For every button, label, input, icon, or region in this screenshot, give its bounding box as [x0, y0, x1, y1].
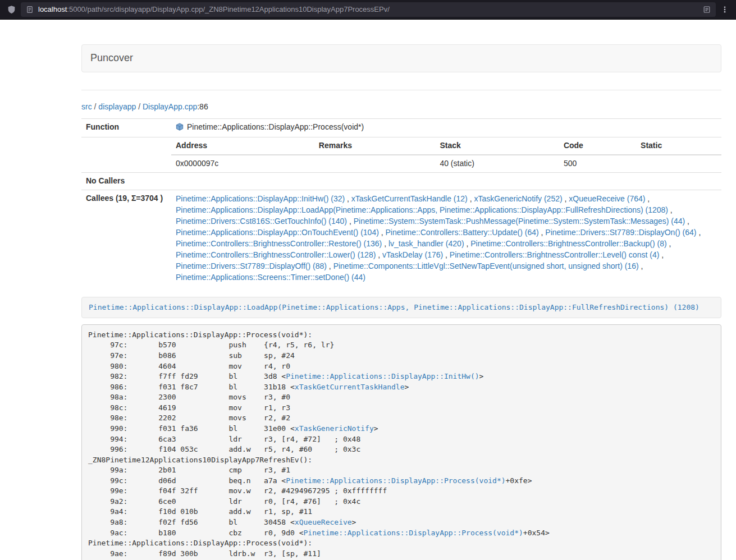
function-name-cell: Pinetime::Applications::DisplayApp::Proc…	[171, 118, 721, 137]
no-callers-label: No Callers	[81, 172, 171, 190]
function-name: Pinetime::Applications::DisplayApp::Proc…	[187, 122, 364, 131]
code-line: 986: f031 f8c7 bl 31b18 <xTaskGetCurrent…	[88, 382, 715, 393]
code-line: 980: 4604 mov r4, r0	[88, 361, 715, 372]
code-line: 98c: 4619 mov r1, r3	[88, 403, 715, 414]
callee-link[interactable]: Pinetime::Applications::Screens::Timer::…	[176, 273, 365, 282]
callee-link[interactable]: Pinetime::Applications::DisplayApp::Load…	[176, 205, 668, 214]
code-line: 99c: d06d beq.n a7a <Pinetime::Applicati…	[88, 476, 715, 486]
stats-row-label	[81, 137, 171, 172]
code-line: 97c: b570 push {r4, r5, r6, lr}	[88, 340, 715, 351]
callee-link[interactable]: vTaskDelay (176)	[382, 250, 443, 259]
code-line: 9ac: b180 cbz r0, 9d0 <Pinetime::Applica…	[88, 528, 715, 539]
code-line: 98e: 2202 movs r2, #2	[88, 413, 715, 424]
callee-link[interactable]: Pinetime::Applications::DisplayApp::Init…	[176, 194, 345, 203]
callee-link[interactable]: xTaskGetCurrentTaskHandle (12)	[351, 194, 468, 203]
col-static: Static	[636, 137, 721, 155]
callee-link[interactable]: Pinetime::Controllers::BrightnessControl…	[176, 239, 382, 248]
callee-link[interactable]: Pinetime::Controllers::Battery::Update()…	[386, 228, 539, 237]
url-host: localhost	[38, 5, 67, 13]
kebab-menu-icon[interactable]	[721, 5, 729, 14]
url-bar[interactable]: localhost:5000/path/src/displayapp/Displ…	[21, 2, 716, 17]
callee-link[interactable]: Pinetime::Controllers::BrightnessControl…	[470, 239, 666, 248]
code-line: _ZN8Pinetime12Applications10DisplayApp7R…	[88, 455, 715, 466]
browser-chrome: localhost:5000/path/src/displayapp/Displ…	[0, 0, 736, 20]
navbar: Puncover	[81, 44, 721, 72]
reader-view-icon[interactable]	[703, 6, 711, 13]
code-line: Pinetime::Applications::DisplayApp::Proc…	[88, 538, 715, 549]
col-stack: Stack	[435, 137, 559, 155]
code-symbol-link[interactable]: Pinetime::Applications::DisplayApp::Init…	[286, 372, 479, 380]
breadcrumb-src[interactable]: src	[81, 102, 92, 111]
table-row: 0x0000097c 40 (static) 500	[171, 155, 721, 172]
page-icon[interactable]	[26, 6, 34, 13]
code-symbol-link[interactable]: xQueueReceive	[295, 518, 352, 526]
stats-table: Address Remarks Stack Code Static 0x0000…	[171, 137, 721, 172]
callees-label: Callees (19, Σ=3704 )	[81, 190, 171, 286]
code-line: Pinetime::Applications::DisplayApp::Proc…	[88, 330, 715, 341]
col-remarks: Remarks	[314, 137, 436, 155]
highlighted-symbol-link[interactable]: Pinetime::Applications::DisplayApp::Load…	[89, 303, 700, 311]
function-table: Function Pinetime::Applications::Display…	[81, 118, 721, 286]
code-line: 9a8: f02f fd56 bl 30458 <xQueueReceive>	[88, 517, 715, 528]
code-line: 994: 6ca3 ldr r3, [r4, #72] ; 0x48	[88, 434, 715, 445]
code-line: 9a2: 6ce0 ldr r0, [r4, #76] ; 0x4c	[88, 497, 715, 507]
cell-stack: 40 (static)	[435, 155, 559, 172]
url-path: :5000/path/src/displayapp/DisplayApp.cpp…	[67, 5, 390, 13]
brand-link[interactable]: Puncover	[90, 51, 133, 66]
code-line: 982: f7ff fd29 bl 3d8 <Pinetime::Applica…	[88, 371, 715, 382]
code-symbol-link[interactable]: Pinetime::Applications::DisplayApp::Proc…	[304, 529, 523, 537]
breadcrumb-displayapp[interactable]: displayapp	[98, 102, 136, 111]
callees-row: Callees (19, Σ=3704 ) Pinetime::Applicat…	[81, 190, 721, 286]
callees-cell: Pinetime::Applications::DisplayApp::Init…	[171, 190, 721, 286]
symbol-icon	[176, 123, 184, 134]
breadcrumb: src / displayapp / DisplayApp.cpp:86	[81, 102, 721, 113]
cell-code: 500	[559, 155, 636, 172]
disassembly: Pinetime::Applications::DisplayApp::Proc…	[81, 324, 721, 560]
callee-link[interactable]: Pinetime::Applications::DisplayApp::OnTo…	[176, 228, 379, 237]
callee-link[interactable]: lv_task_handler (420)	[388, 239, 464, 248]
breadcrumb-separator: /	[92, 102, 99, 111]
function-row: Function Pinetime::Applications::Display…	[81, 118, 721, 137]
main-content: Puncover src / displayapp / DisplayApp.c…	[81, 20, 721, 560]
code-line: 990: f031 fa36 bl 31e00 <xTaskGenericNot…	[88, 424, 715, 434]
code-line: 98a: 2300 movs r3, #0	[88, 392, 715, 403]
code-symbol-link[interactable]: xTaskGetCurrentTaskHandle	[295, 383, 405, 391]
cell-static	[636, 155, 721, 172]
cell-remarks	[314, 155, 436, 172]
callee-link[interactable]: Pinetime::Drivers::Cst816S::GetTouchInfo…	[176, 217, 347, 226]
function-label: Function	[81, 118, 171, 137]
url-text[interactable]: localhost:5000/path/src/displayapp/Displ…	[38, 4, 698, 15]
callee-link[interactable]: Pinetime::Controllers::BrightnessControl…	[176, 250, 376, 259]
code-line: 99e: f04f 32ff mov.w r2, #4294967295 ; 0…	[88, 486, 715, 497]
code-line: 99a: 2b01 cmp r3, #1	[88, 465, 715, 476]
breadcrumb-line-number: :86	[197, 102, 208, 111]
col-code: Code	[559, 137, 636, 155]
code-line: 9ae: f89d 300b ldrb.w r3, [sp, #11]	[88, 549, 715, 559]
callee-link[interactable]: Pinetime::Components::LittleVgl::SetNewT…	[333, 261, 639, 270]
callee-link[interactable]: Pinetime::Drivers::St7789::DisplayOn() (…	[545, 228, 696, 237]
cell-address: 0x0000097c	[171, 155, 314, 172]
code-line: 97e: b086 sub sp, #24	[88, 351, 715, 361]
no-callers-row: No Callers	[81, 172, 721, 190]
code-line: 996: f104 053c add.w r5, r4, #60 ; 0x3c	[88, 444, 715, 455]
callee-link[interactable]: Pinetime::Drivers::St7789::DisplayOff() …	[176, 261, 327, 270]
callee-link[interactable]: xTaskGenericNotify (252)	[474, 194, 562, 203]
stats-row: Address Remarks Stack Code Static 0x0000…	[81, 137, 721, 172]
callee-link[interactable]: xQueueReceive (764)	[569, 194, 645, 203]
breadcrumb-separator: /	[136, 102, 143, 111]
no-callers-cell	[171, 172, 721, 190]
callee-link[interactable]: Pinetime::System::SystemTask::PushMessag…	[354, 217, 685, 226]
stats-cell: Address Remarks Stack Code Static 0x0000…	[171, 137, 721, 172]
code-line: 9a4: f10d 010b add.w r1, sp, #11	[88, 507, 715, 517]
breadcrumb-file[interactable]: DisplayApp.cpp	[143, 102, 197, 111]
code-symbol-link[interactable]: xTaskGenericNotify	[295, 424, 374, 433]
callee-link[interactable]: Pinetime::Controllers::BrightnessControl…	[450, 250, 659, 259]
code-symbol-link[interactable]: Pinetime::Applications::DisplayApp::Proc…	[286, 476, 505, 485]
col-address: Address	[171, 137, 314, 155]
shield-icon[interactable]	[7, 5, 16, 14]
section-divider	[81, 90, 721, 90]
highlighted-symbol-box: Pinetime::Applications::DisplayApp::Load…	[81, 297, 721, 318]
